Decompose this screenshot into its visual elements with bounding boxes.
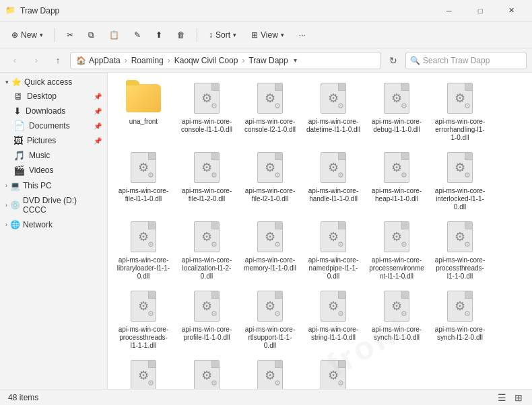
file-label: api-ms-win-core-datetime-l1-1-0.dll: [306, 118, 361, 134]
file-item[interactable]: ⚙⚙api-ms-win-core-localization-l1-2-0.dl…: [176, 217, 237, 283]
sidebar-item-desktop[interactable]: 🖥 Desktop 📌: [0, 89, 107, 104]
paste-button[interactable]: 📋: [103, 25, 125, 45]
file-item[interactable]: ⚙⚙api-ms-win-core-namedpipe-l1-1-0.dll: [303, 217, 364, 283]
new-button[interactable]: ⊕ New ▾: [5, 25, 49, 45]
file-item[interactable]: ⚙⚙api-ms-win-core-util-l1-1-0.dll: [240, 355, 300, 389]
dll-icon: ⚙⚙: [257, 291, 283, 322]
rename-icon: ✎: [134, 30, 141, 40]
file-item[interactable]: ⚙⚙api-ms-win-core-heap-l1-1-0.dll: [366, 147, 427, 214]
sidebar-item-pictures[interactable]: 🖼 Pictures 📌: [0, 133, 107, 148]
dvd-icon: 💿: [10, 200, 20, 210]
dll-icon: ⚙⚙: [321, 83, 346, 114]
pin-icon-4: 📌: [94, 137, 102, 145]
maximize-button[interactable]: □: [465, 0, 496, 22]
file-item[interactable]: ⚙⚙api-ms-win-core-processthreads-l1-1-1.…: [113, 286, 174, 353]
file-item[interactable]: ⚙⚙api-ms-win-core-rtlsupport-l1-1-0.dll: [240, 286, 300, 353]
dll-icon: ⚙⚙: [321, 221, 346, 252]
back-button[interactable]: ‹: [5, 51, 24, 70]
dll-icon: ⚙⚙: [257, 83, 283, 114]
breadcrumb-roaming[interactable]: Roaming: [131, 56, 164, 65]
file-item[interactable]: una_front: [113, 78, 174, 145]
network-header[interactable]: › 🌐 Network: [0, 218, 107, 231]
refresh-button[interactable]: ↻: [384, 51, 403, 70]
gear-icon: ⚙: [201, 368, 212, 383]
file-item[interactable]: ⚙⚙api-ms-win-core-handle-l1-1-0.dll: [303, 147, 364, 214]
file-item[interactable]: ⚙⚙api-ms-win-core-timezone-l1-1-0.dll: [176, 355, 237, 389]
window-controls: ─ □ ✕: [434, 0, 527, 22]
file-item[interactable]: ⚙⚙api-ms-win-core-datetime-l1-1-0.dll: [303, 78, 364, 145]
file-item[interactable]: ⚙⚙api-ms-win-core-console-l1-1-0.dll: [176, 78, 237, 145]
this-pc-header[interactable]: › 💻 This PC: [0, 179, 107, 192]
delete-button[interactable]: 🗑: [171, 25, 191, 45]
gear-icon: ⚙: [265, 299, 275, 314]
breadcrumb-trawdapp[interactable]: Traw Dapp: [248, 56, 288, 65]
file-item[interactable]: ⚙⚙api-ms-win-core-file-l1-1-0.dll: [113, 147, 174, 214]
file-item[interactable]: ⚙⚙api-ms-win-core-console-l2-1-0.dll: [240, 78, 300, 145]
file-item[interactable]: ⚙⚙api-ms-win-core-file-l1-2-0.dll: [176, 147, 237, 214]
forward-button[interactable]: ›: [27, 51, 46, 70]
file-label: api-ms-win-core-namedpipe-l1-1-0.dll: [306, 256, 361, 281]
list-view-button[interactable]: ☰: [496, 392, 508, 403]
close-button[interactable]: ✕: [496, 0, 527, 22]
dll-icon: ⚙⚙: [384, 83, 409, 114]
file-label: api-ms-win-core-file-l2-1-0.dll: [242, 187, 298, 203]
file-icon: ⚙⚙: [316, 358, 351, 389]
quick-access-label: Quick access: [24, 77, 72, 87]
view-button[interactable]: ⊞ View ▾: [245, 25, 290, 45]
sidebar-item-downloads[interactable]: ⬇ Downloads 📌: [0, 104, 107, 118]
file-item[interactable]: ⚙⚙api-ms-win-core-debug-l1-1-0.dll: [366, 78, 427, 145]
file-label: api-ms-win-core-synch-l1-2-0.dll: [432, 326, 488, 342]
sidebar-item-documents[interactable]: 📄 Documents 📌: [0, 118, 107, 133]
file-label: api-ms-win-core-console-l1-1-0.dll: [179, 118, 234, 134]
address-box[interactable]: 🏠 AppData › Roaming › Kaoqw Civil Coop ›…: [70, 52, 381, 69]
file-item[interactable]: ⚙⚙api-ms-win-crt-conio-l1-1-0.dll: [303, 355, 364, 389]
quick-access-header[interactable]: ▾ ⭐ Quick access: [0, 75, 107, 89]
gear-icon: ⚙: [265, 91, 275, 106]
home-icon: 🏠: [76, 56, 86, 65]
sidebar-item-videos[interactable]: 🎬 Videos: [0, 163, 107, 178]
this-pc-label: This PC: [23, 181, 52, 190]
file-item[interactable]: ⚙⚙api-ms-win-core-libraryloader-l1-1-0.d…: [113, 217, 174, 283]
gear-icon: ⚙: [391, 229, 402, 244]
address-chevron-icon[interactable]: ▾: [294, 57, 297, 64]
documents-icon: 📄: [13, 120, 25, 131]
file-item[interactable]: ⚙⚙api-ms-win-core-interlocked-l1-1-0.dll: [430, 147, 490, 214]
file-icon: ⚙⚙: [189, 219, 224, 254]
file-label: api-ms-win-core-processthreads-l1-1-1.dl…: [116, 326, 171, 350]
gear-icon: ⚙: [265, 368, 275, 383]
search-box[interactable]: 🔍 Search Traw Dapp: [405, 52, 527, 69]
titlebar-title: Traw Dapp: [20, 6, 434, 15]
file-item[interactable]: ⚙⚙api-ms-win-core-synch-l1-1-0.dll: [366, 286, 427, 353]
file-item[interactable]: ⚙⚙api-ms-win-core-errorhandling-l1-1-0.d…: [430, 78, 490, 145]
file-item[interactable]: ⚙⚙api-ms-win-core-profile-l1-1-0.dll: [176, 286, 237, 353]
file-item[interactable]: ⚙⚙api-ms-win-core-file-l2-1-0.dll: [240, 147, 300, 214]
minimize-button[interactable]: ─: [434, 0, 465, 22]
dll-icon: ⚙⚙: [194, 152, 220, 183]
file-item[interactable]: ⚙⚙api-ms-win-core-processenvironment-l1-…: [366, 217, 427, 283]
file-item[interactable]: ⚙⚙api-ms-win-core-sysinfo-l1-1-0.dll: [113, 355, 174, 389]
cut-button[interactable]: ✂: [61, 25, 79, 45]
copy-button[interactable]: ⧉: [82, 25, 100, 45]
file-item[interactable]: ⚙⚙api-ms-win-core-synch-l1-2-0.dll: [430, 286, 490, 353]
dll-icon: ⚙⚙: [447, 221, 473, 252]
file-icon: ⚙⚙: [379, 289, 414, 324]
rename-button[interactable]: ✎: [128, 25, 147, 45]
file-icon: [126, 81, 161, 116]
file-label: api-ms-win-core-libraryloader-l1-1-0.dll: [116, 256, 171, 281]
file-icon: ⚙⚙: [253, 289, 288, 324]
network-label: Network: [23, 220, 53, 229]
up-button[interactable]: ↑: [48, 51, 67, 70]
breadcrumb-kaoqw[interactable]: Kaoqw Civil Coop: [174, 56, 238, 65]
breadcrumb-appdata[interactable]: AppData: [89, 56, 121, 65]
gear-icon: ⚙: [201, 160, 212, 175]
grid-view-button[interactable]: ⊞: [513, 392, 524, 403]
sort-button[interactable]: ↕ Sort ▾: [203, 25, 242, 45]
sidebar-item-music[interactable]: 🎵 Music: [0, 148, 107, 163]
file-item[interactable]: ⚙⚙api-ms-win-core-memory-l1-1-0.dll: [240, 217, 300, 283]
file-item[interactable]: ⚙⚙api-ms-win-core-string-l1-1-0.dll: [303, 286, 364, 353]
file-item[interactable]: ⚙⚙api-ms-win-core-processthreads-l1-1-0.…: [430, 217, 490, 283]
dll-icon: ⚙⚙: [131, 291, 156, 322]
dvd-header[interactable]: › 💿 DVD Drive (D:) CCCC: [0, 194, 107, 217]
more-button[interactable]: ···: [293, 25, 312, 45]
share-button[interactable]: ⬆: [149, 25, 168, 45]
